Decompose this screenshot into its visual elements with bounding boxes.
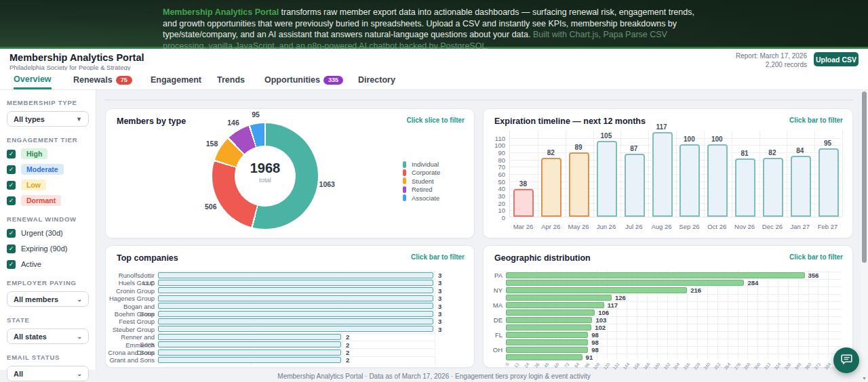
- scrollbar-thumb[interactable]: [862, 91, 867, 263]
- bar-May-26[interactable]: [569, 152, 589, 217]
- bar-Mar-26[interactable]: [513, 189, 534, 217]
- checkbox-dormant[interactable]: ✓: [7, 196, 16, 205]
- checkbox-high[interactable]: ✓: [7, 150, 16, 158]
- checkbox-urgent[interactable]: ✓: [7, 229, 16, 238]
- y-axis-tick: 70: [484, 163, 505, 171]
- state-select[interactable]: All states⌄: [7, 328, 89, 344]
- bar-Apr-26[interactable]: [541, 158, 561, 217]
- legend-item-retired[interactable]: Retired: [403, 186, 433, 193]
- donut-value-label: 95: [252, 110, 260, 119]
- bar-value-label: 3: [438, 303, 441, 310]
- donut-center: 1968total: [235, 146, 296, 207]
- tab-trends-label: Trends: [217, 75, 245, 85]
- bar-geo-3[interactable]: [506, 295, 612, 301]
- renewal-window-label: RENEWAL WINDOW: [7, 215, 89, 223]
- bar-geo-1[interactable]: [506, 280, 744, 286]
- bar-geo-0[interactable]: [506, 272, 805, 278]
- bar-feest-group[interactable]: [158, 318, 433, 324]
- bar-Jan-27[interactable]: [791, 156, 811, 217]
- checkbox-expiring[interactable]: ✓: [7, 245, 16, 253]
- bar-runolfsdottir-llc[interactable]: [158, 272, 433, 278]
- geographic-distribution-chart[interactable]: 0122436486072849610812013214415616818019…: [484, 246, 852, 367]
- members-by-type-chart[interactable]: 1968total106350615814695IndividualCorpor…: [106, 109, 474, 238]
- bar-steuber-group[interactable]: [158, 326, 433, 332]
- footer-note: Membership Analytics Portal · Data as of…: [0, 373, 868, 380]
- upload-csv-button[interactable]: Upload CSV: [814, 52, 859, 66]
- bar-Nov-26[interactable]: [735, 158, 755, 217]
- donut-total-label: total: [235, 176, 296, 184]
- bar-geo-10[interactable]: [506, 347, 588, 353]
- bar-geo-5[interactable]: [506, 310, 595, 316]
- bar-Aug-26[interactable]: [652, 132, 673, 217]
- checkbox-active[interactable]: ✓: [7, 260, 16, 269]
- bar-Jun-26[interactable]: [597, 141, 617, 217]
- page-title: Membership Analytics Portal: [9, 52, 144, 63]
- bar-geo-2[interactable]: [506, 287, 687, 293]
- legend-item-student[interactable]: Student: [403, 177, 434, 185]
- bar-geo-6[interactable]: [506, 317, 592, 323]
- renewal-active-row[interactable]: ✓Active: [7, 259, 89, 270]
- tier-dormant-pill: Dormant: [21, 195, 61, 206]
- bar-boehm-group[interactable]: [158, 311, 433, 317]
- record-count: 2,200 records: [736, 61, 807, 70]
- gridline: [787, 131, 787, 217]
- page-scrollbar[interactable]: ▼: [861, 90, 868, 382]
- membership-type-select[interactable]: All types▼: [7, 111, 89, 127]
- tier-dormant-row[interactable]: ✓Dormant: [7, 195, 89, 206]
- gridline: [620, 131, 621, 217]
- legend-item-corporate[interactable]: Corporate: [403, 169, 440, 176]
- bar-Feb-27[interactable]: [818, 148, 839, 217]
- renewal-expiring-row[interactable]: ✓Expiring (90d): [7, 243, 89, 254]
- y-axis-tick: 10: [484, 207, 505, 214]
- tab-renewals[interactable]: Renewals75: [73, 70, 132, 89]
- chat-assistant-button[interactable]: [833, 347, 859, 373]
- tier-moderate-row[interactable]: ✓Moderate: [7, 164, 89, 175]
- opportunities-count-badge: 335: [323, 76, 343, 85]
- x-axis-tick: Mar 26: [509, 223, 537, 230]
- bar-Sep-26[interactable]: [679, 144, 700, 217]
- tier-low-row[interactable]: ✓Low: [7, 179, 89, 190]
- tier-high-row[interactable]: ✓High: [7, 148, 89, 159]
- bar-cronin-group[interactable]: [158, 287, 433, 293]
- bar-renner-and-sons[interactable]: [158, 334, 341, 340]
- scrollbar-down-arrow-icon[interactable]: ▼: [862, 376, 867, 381]
- legend-item-associate[interactable]: Associate: [403, 194, 439, 202]
- employer-paying-select[interactable]: All members⌄: [7, 291, 89, 307]
- bar-value-label: 106: [598, 309, 609, 316]
- company-label: Hagenes Group: [107, 295, 155, 302]
- gridline: [760, 131, 760, 217]
- bar-Jul-26[interactable]: [625, 154, 645, 217]
- expiration-timeline-chart[interactable]: 010203040506070809010011038Mar 2682Apr 2…: [484, 109, 852, 238]
- bar-huels-group[interactable]: [158, 280, 433, 286]
- tab-opportunities-label: Opportunities: [264, 75, 320, 85]
- tab-engagement[interactable]: Engagement: [151, 70, 201, 89]
- renewal-expiring-label: Expiring (90d): [21, 245, 67, 253]
- tab-opportunities[interactable]: Opportunities335: [264, 70, 343, 89]
- bar-Oct-26[interactable]: [707, 144, 728, 217]
- bar-geo-7[interactable]: [506, 324, 591, 331]
- bar-geo-8[interactable]: [506, 332, 588, 338]
- bar-geo-9[interactable]: [506, 339, 588, 345]
- bar-geo-11[interactable]: [506, 354, 583, 360]
- bar-value-label: 105: [589, 132, 623, 140]
- x-axis-tick: Sep 26: [675, 223, 703, 230]
- checkbox-moderate[interactable]: ✓: [7, 165, 16, 174]
- bar-crona-and-sons[interactable]: [158, 349, 341, 356]
- bar-Dec-26[interactable]: [763, 158, 783, 217]
- checkbox-low[interactable]: ✓: [7, 181, 16, 190]
- bar-hagenes-group[interactable]: [158, 295, 433, 301]
- bar-emmerich-group[interactable]: [158, 341, 341, 347]
- bar-grant-and-sons[interactable]: [158, 357, 341, 363]
- top-companies-chart[interactable]: Runolfsdottir LLC3Huels Group3Cronin Gro…: [106, 246, 474, 367]
- bar-value-label: 284: [747, 279, 758, 286]
- report-meta: Report: March 17, 2026 2,200 records: [736, 52, 807, 69]
- legend-item-individual[interactable]: Individual: [403, 161, 439, 168]
- tab-overview[interactable]: Overview: [14, 70, 52, 89]
- tier-moderate-pill: Moderate: [21, 164, 64, 175]
- bar-geo-4[interactable]: [506, 302, 604, 308]
- bar-bogan-and-sons[interactable]: [158, 303, 433, 309]
- tab-trends[interactable]: Trends: [217, 70, 245, 89]
- state-label: DE: [485, 316, 502, 324]
- renewal-urgent-row[interactable]: ✓Urgent (30d): [7, 228, 89, 238]
- tab-directory[interactable]: Directory: [358, 70, 395, 89]
